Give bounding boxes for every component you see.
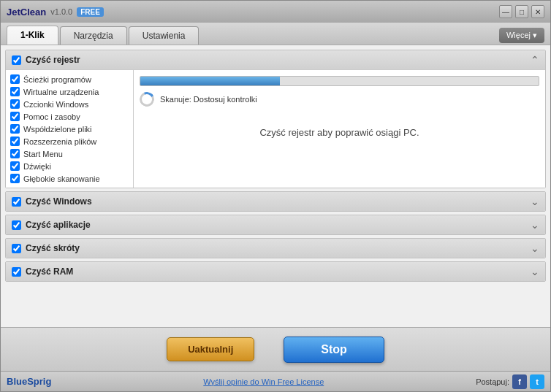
item-checkbox-shared[interactable]: [10, 124, 20, 134]
section-apps: Czyść aplikacje ⌄: [5, 215, 546, 235]
item-checkbox-paths[interactable]: [10, 74, 20, 84]
item-checkbox-sounds[interactable]: [10, 161, 20, 171]
app-window: JetClean v1.0.0 FREE — □ ✕ 1-Klik Narzęd…: [0, 0, 551, 392]
list-item: Głębokie skanowanie: [7, 172, 132, 185]
twitter-icon[interactable]: t: [530, 374, 544, 389]
item-checkbox-help[interactable]: [10, 112, 20, 121]
section-apps-header[interactable]: Czyść aplikacje ⌄: [6, 215, 545, 234]
list-item: Wirtualne urządzenia: [7, 85, 132, 98]
section-registry-title: Czyść rejestr: [26, 55, 531, 65]
scan-status: Skanuje: Dostosuj kontrolki: [140, 92, 539, 107]
section-shortcuts-title: Czyść skróty: [26, 243, 531, 253]
section-shortcuts-chevron: ⌄: [531, 242, 539, 254]
scan-panel: Skanuje: Dostosuj kontrolki Czyść rejest…: [134, 70, 545, 188]
section-ram-chevron: ⌄: [531, 266, 539, 277]
section-registry-checkbox[interactable]: [12, 55, 21, 65]
progress-bar-fill: [140, 77, 280, 85]
section-ram: Czyść RAM ⌄: [5, 261, 546, 282]
list-item: Start Menu: [7, 147, 132, 160]
list-item: Ścieżki programów: [7, 73, 132, 85]
app-name: JetClean: [7, 7, 46, 18]
follow-label: Postąpuj:: [476, 377, 509, 386]
feedback-link[interactable]: Wyślij opinie do Win Free License: [51, 377, 476, 386]
item-checkbox-virtual[interactable]: [10, 87, 20, 96]
section-shortcuts-header[interactable]: Czyść skróty ⌄: [6, 239, 545, 258]
bottom-bar: Uaktualnij Stop: [1, 327, 550, 371]
section-windows: Czyść Windows ⌄: [5, 191, 546, 212]
minimize-button[interactable]: —: [499, 5, 512, 18]
list-item: Czcionki Windows: [7, 98, 132, 110]
section-registry-chevron: ⌃: [531, 54, 539, 66]
list-item: Pomoc i zasoby: [7, 110, 132, 123]
stop-button[interactable]: Stop: [284, 337, 384, 363]
close-button[interactable]: ✕: [531, 5, 544, 18]
free-badge: FREE: [77, 7, 104, 17]
item-checkbox-startmenu[interactable]: [10, 149, 20, 158]
section-windows-checkbox[interactable]: [12, 197, 21, 207]
section-ram-header[interactable]: Czyść RAM ⌄: [6, 262, 545, 281]
list-item: Rozszerzenia plików: [7, 135, 132, 147]
tab-ustawienia[interactable]: Ustawienia: [129, 26, 200, 45]
progress-bar-container: [140, 76, 539, 86]
tab-bar: 1-Klik Narzędzia Ustawienia Więcej ▾: [1, 23, 550, 45]
section-registry-body: Ścieżki programów Wirtualne urządzenia C…: [6, 69, 545, 188]
status-bar: BlueSprig Wyślij opinie do Win Free Lice…: [1, 371, 550, 391]
section-windows-title: Czyść Windows: [26, 196, 531, 207]
main-content: Czyść rejestr ⌃ Ścieżki programów Wirtua…: [1, 45, 550, 327]
section-ram-checkbox[interactable]: [12, 267, 21, 277]
section-apps-checkbox[interactable]: [12, 220, 21, 230]
scan-message: Czyść rejestr aby poprawić osiągi PC.: [140, 112, 539, 182]
list-item: Współdzielone pliki: [7, 123, 132, 135]
scan-spinner: [137, 89, 156, 109]
section-ram-title: Czyść RAM: [26, 266, 531, 277]
list-item: Dźwięki: [7, 160, 132, 172]
registry-checklist: Ścieżki programów Wirtualne urządzenia C…: [6, 70, 134, 188]
section-registry: Czyść rejestr ⌃ Ścieżki programów Wirtua…: [5, 50, 546, 188]
title-bar: JetClean v1.0.0 FREE — □ ✕: [1, 1, 550, 23]
section-shortcuts-checkbox[interactable]: [12, 244, 21, 253]
tab-narzedzia[interactable]: Narzędzia: [60, 26, 127, 45]
item-checkbox-fonts[interactable]: [10, 99, 20, 109]
brand-logo: BlueSprig: [7, 376, 51, 387]
section-shortcuts: Czyść skróty ⌄: [5, 238, 546, 258]
section-apps-chevron: ⌄: [531, 219, 539, 231]
scan-status-text: Skanuje: Dostosuj kontrolki: [160, 95, 257, 104]
section-windows-header[interactable]: Czyść Windows ⌄: [6, 192, 545, 211]
section-apps-title: Czyść aplikacje: [26, 220, 531, 230]
section-windows-chevron: ⌄: [531, 196, 539, 207]
app-version: v1.0.0: [50, 7, 72, 16]
more-button[interactable]: Więcej ▾: [499, 28, 544, 43]
item-checkbox-extensions[interactable]: [10, 137, 20, 146]
window-controls: — □ ✕: [499, 5, 544, 18]
section-registry-header[interactable]: Czyść rejestr ⌃: [6, 50, 545, 69]
update-button[interactable]: Uaktualnij: [167, 337, 254, 361]
social-section: Postąpuj: f t: [476, 374, 544, 389]
maximize-button[interactable]: □: [515, 5, 528, 18]
facebook-icon[interactable]: f: [512, 374, 527, 389]
tab-1klik[interactable]: 1-Klik: [7, 26, 58, 45]
item-checkbox-deep[interactable]: [10, 174, 20, 183]
